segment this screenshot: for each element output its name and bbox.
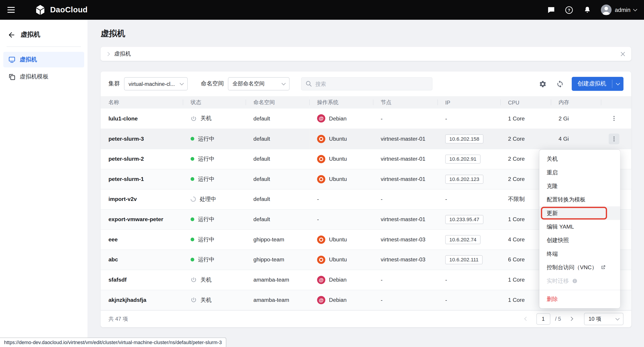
vm-name[interactable]: peter-slurm-1 [108, 176, 144, 182]
context-menu-item[interactable]: 删除 [539, 292, 620, 306]
ip-badge: 10.6.202.74 [445, 235, 480, 244]
sidebar-item[interactable]: 虚拟机模板 [3, 69, 84, 85]
cpu-label: 1 Core [508, 297, 525, 303]
context-menu-item[interactable]: 更新 [539, 206, 620, 220]
namespace-value: default [254, 176, 270, 182]
context-menu-item-label: 创建快照 [547, 237, 569, 244]
close-icon[interactable] [620, 51, 626, 57]
create-vm-dropdown-chevron[interactable] [612, 77, 623, 91]
search-icon [305, 80, 312, 89]
sidebar-item[interactable]: 虚拟机 [3, 52, 84, 67]
row-actions-button[interactable] [609, 113, 620, 124]
row-actions-button[interactable] [609, 134, 620, 144]
ip-badge: 10.233.95.47 [445, 215, 484, 224]
page-size-select[interactable]: 10 项 [584, 313, 624, 325]
context-menu-item: 实时迁移 [539, 274, 620, 288]
help-icon[interactable]: ? [565, 6, 574, 14]
vm-name[interactable]: peter-slurm-3 [108, 136, 144, 142]
vm-name[interactable]: sfafsdf [108, 277, 127, 283]
brand-name: DaoCloud [50, 6, 88, 14]
cpu-label: 1 Core [508, 216, 525, 222]
cluster-select[interactable]: virtual-machine-cl... [124, 77, 188, 91]
context-menu-item[interactable]: 重启 [539, 166, 620, 179]
column-header-actions [601, 96, 631, 109]
node-label: - [381, 297, 383, 303]
column-header: 内存 [551, 96, 601, 109]
chevron-down-icon [180, 81, 184, 85]
chevron-down-icon [282, 81, 286, 85]
ip-badge: 10.6.202.111 [445, 255, 483, 264]
chevron-right-icon[interactable] [106, 52, 110, 56]
external-link-icon [600, 265, 606, 270]
vm-name[interactable]: lulu1-clone [108, 116, 138, 122]
status-label: 关机 [200, 276, 212, 283]
context-menu-item-label: 关机 [547, 155, 558, 162]
vm-icon [8, 56, 16, 63]
status-label: 运行中 [198, 155, 215, 162]
namespace-value: default [254, 136, 270, 142]
avatar-icon [601, 5, 612, 15]
running-dot-icon [191, 177, 194, 181]
cpu-label: 1 Core [508, 116, 525, 122]
ip-label: - [445, 116, 447, 122]
vm-name[interactable]: import-v2v [108, 196, 137, 202]
node-label: virtnest-master-03 [381, 256, 426, 262]
context-menu-item-label: 控制台访问（VNC） [547, 264, 597, 271]
menu-icon[interactable] [8, 5, 17, 15]
power-icon [191, 116, 197, 122]
chat-icon[interactable] [546, 6, 556, 14]
back-arrow-icon[interactable] [8, 31, 16, 39]
table-row[interactable]: peter-slurm-3 运行中 default @ Ubuntu virtn… [100, 129, 631, 149]
namespace-value: default [254, 156, 270, 162]
refresh-icon[interactable] [554, 79, 565, 89]
vm-name[interactable]: eee [108, 236, 118, 242]
ubuntu-icon [317, 135, 325, 143]
context-menu-item[interactable]: 配置转换为模板 [539, 193, 620, 206]
context-menu-item[interactable]: 关机 [539, 152, 620, 166]
vm-name[interactable]: export-vmware-peter [108, 216, 163, 222]
ip-label: - [445, 277, 447, 283]
context-menu-item-label: 编辑 YAML [547, 223, 574, 230]
vm-name[interactable]: peter-slurm-2 [108, 156, 144, 162]
user-menu[interactable]: admin [601, 5, 636, 15]
namespace-select[interactable]: 全部命名空间 [228, 77, 290, 91]
vm-name[interactable]: akjnzkjhadsfja [108, 297, 146, 303]
namespace-value: amamba-team [254, 297, 289, 303]
running-dot-icon [191, 238, 194, 241]
breadcrumb-item[interactable]: 虚拟机 [114, 50, 131, 58]
page-input[interactable] [536, 313, 550, 324]
ip-label: - [445, 196, 447, 202]
status-url-bar: https://demo-dev.daocloud.io/virtnest/vm… [0, 337, 226, 347]
context-menu-item[interactable]: 编辑 YAML [539, 220, 620, 233]
debian-icon: @ [317, 296, 325, 304]
context-menu-item[interactable]: 终端 [539, 247, 620, 260]
context-menu-item[interactable]: 控制台访问（VNC） [539, 261, 620, 274]
cluster-select-value: virtual-machine-cl... [129, 81, 175, 87]
gear-icon[interactable] [537, 79, 548, 89]
ubuntu-icon [317, 175, 325, 183]
topbar: DaoCloud ? admin [0, 0, 644, 20]
search-input[interactable] [301, 77, 432, 91]
table-row[interactable]: lulu1-clone 关机 default @ Debian - - 1 [100, 109, 631, 129]
status-label: 运行中 [198, 135, 215, 143]
table-header-row: 名称状态命名空间操作系统节点IPCPU内存 [100, 96, 631, 109]
chevron-down-icon [633, 7, 637, 11]
bell-icon[interactable] [583, 6, 592, 14]
context-menu-item[interactable]: 克隆 [539, 179, 620, 193]
context-menu-item-label: 更新 [547, 209, 558, 217]
context-menu-item[interactable]: 创建快照 [539, 233, 620, 247]
status-label: 运行中 [198, 256, 215, 263]
page-title: 虚拟机 [100, 28, 631, 40]
column-header: CPU [500, 96, 551, 109]
power-icon [191, 277, 197, 283]
next-page-button[interactable] [566, 314, 576, 324]
os-label: Debian [329, 277, 346, 283]
ubuntu-icon [317, 155, 325, 163]
vm-name[interactable]: abc [108, 256, 118, 262]
prev-page-button[interactable] [522, 314, 531, 324]
context-menu-item-label: 实时迁移 [547, 277, 569, 285]
namespace-value: default [254, 196, 270, 202]
context-menu-item-label: 删除 [547, 295, 558, 303]
create-vm-button[interactable]: 创建虚拟机 [572, 77, 623, 91]
node-label: virtnest-master-01 [381, 136, 426, 142]
